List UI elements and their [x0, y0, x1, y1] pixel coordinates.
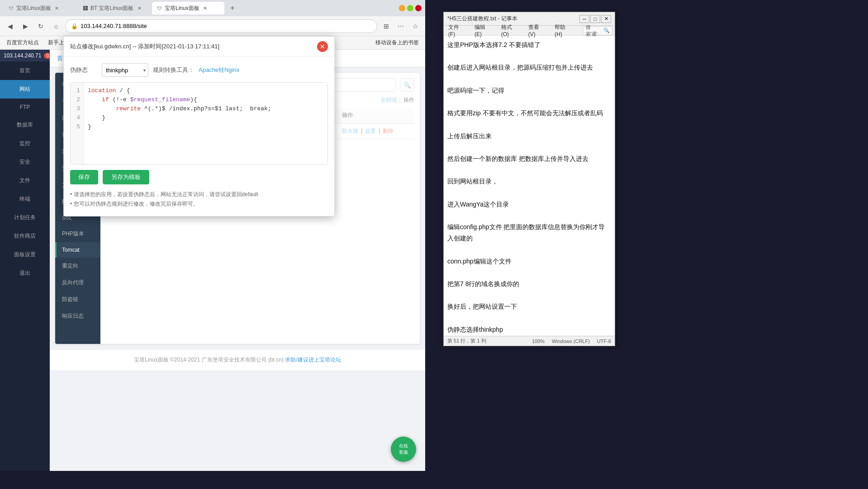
firewall-link[interactable]: 防火墙 [342, 127, 358, 135]
statusbar-line-ending: Windows (CRLF) [552, 339, 590, 344]
tab-1-close[interactable]: ✕ [54, 5, 60, 11]
forward-button[interactable]: ▶ [19, 20, 32, 33]
address-bar: 🔒 103.144.240.71:8888/site [65, 19, 377, 33]
modal-title: 站点修改[kui.gdwkn.cn] -- 添加时间[2021-01-13 17… [70, 42, 219, 51]
more-icon[interactable]: ⋯ [394, 20, 407, 33]
float-btn-line1: 在线 [399, 443, 408, 449]
toolbar-icons: ⊞ ⋯ ☆ [380, 20, 422, 33]
sidebar-panel-settings-label: 面板设置 [14, 251, 36, 258]
browser-tab-1[interactable]: 🛡 宝塔Linux面板 ✕ [4, 2, 76, 14]
panel-nav-tomcat[interactable]: Tomcat [55, 242, 100, 258]
notepad-maximize-btn[interactable]: □ [590, 15, 600, 23]
notepad-menubar: 文件(F) 编辑(E) 格式(O) 查看(V) 帮助(H) 搜索'通' 🔍 [444, 26, 615, 36]
code-editor: 1 2 3 4 5 location / { if (!-e $request_… [70, 82, 328, 165]
pseudo-static-select[interactable]: thinkphp laravel WordPress default [102, 63, 148, 77]
settings-link[interactable]: 设置 [365, 127, 376, 135]
panel-nav-hotlink[interactable]: 防盗链 [55, 291, 100, 308]
sidebar-security-label: 安全 [19, 159, 30, 165]
sidebar-item-store[interactable]: 软件商店 [0, 227, 50, 245]
panel-nav-proxy[interactable]: 反向代理 [55, 274, 100, 291]
sidebar-item-home[interactable]: 首页 [0, 61, 50, 80]
sidebar-logout-label: 退出 [19, 270, 30, 276]
bookmark-baidu-label: 百度官方站点 [6, 39, 39, 47]
save-button[interactable]: 保存 [70, 170, 98, 184]
sidebar-ip-section: 103.144.240.71 0 [0, 50, 50, 61]
bookmark-mobile-label: 移动设备上的书签 [375, 39, 419, 47]
sidebar-item-cron[interactable]: 计划任务 [0, 208, 50, 227]
panel-nav-log[interactable]: 响应日志 [55, 308, 100, 324]
statusbar-encoding: UTF-8 [597, 339, 611, 344]
sidebar-files-label: 文件 [19, 177, 30, 183]
pseudo-static-select-wrapper: thinkphp laravel WordPress default ▾ [102, 63, 148, 77]
browser-tab-3[interactable]: 🛡 宝塔Linux面板 ✕ [152, 2, 224, 14]
back-button[interactable]: ◀ [4, 20, 16, 33]
bookmark-mobile[interactable]: 移动设备上的书签 [373, 38, 422, 47]
notepad-statusbar: 第 51 行，第 1 列 100% Windows (CRLF) UTF-8 [444, 336, 615, 346]
extensions-icon[interactable]: ⊞ [380, 20, 393, 33]
sidebar-item-files[interactable]: 文件 [0, 171, 50, 190]
notepad-title: *H5三公搭建教程.txt - 记事本 [447, 15, 517, 23]
sidebar-item-terminal[interactable]: 终端 [0, 190, 50, 208]
sidebar-terminal-label: 终端 [19, 196, 30, 202]
sidebar-item-security[interactable]: 安全 [0, 153, 50, 171]
window-close-btn[interactable] [415, 5, 422, 11]
refresh-button[interactable]: ↻ [34, 20, 47, 33]
modal-header: 站点修改[kui.gdwkn.cn] -- 添加时间[2021-01-13 17… [64, 37, 334, 57]
all-sites-btn[interactable]: 全部域 [380, 96, 397, 104]
save-template-button[interactable]: 另存为模板 [103, 170, 149, 184]
sidebar-store-label: 软件商店 [14, 233, 36, 239]
code-editor-inner: 1 2 3 4 5 location / { if (!-e $request_… [71, 83, 327, 164]
notepad-close-btn[interactable]: ✕ [601, 15, 611, 23]
search-button[interactable]: 🔍 [400, 78, 414, 92]
home-button[interactable]: ⌂ [50, 20, 62, 33]
statusbar-parts: 100% Windows (CRLF) UTF-8 [532, 339, 611, 344]
statusbar-zoom: 100% [532, 339, 545, 344]
notepad-content[interactable]: 这里PHP版本选择7.2 不要搞错了 创建后进入网站根目录，把源码压缩打包并上传… [444, 36, 615, 336]
notepad-search-label: 搜索'通' [586, 24, 602, 38]
note-1: 请选择您的应用，若设置伪静态后，网站无法正常访问，请尝试设置回default [70, 191, 328, 198]
window-maximize-btn[interactable] [407, 5, 413, 11]
line-numbers: 1 2 3 4 5 [71, 83, 84, 164]
modal-actions: 保存 另存为模板 [70, 170, 328, 184]
modal-close-btn[interactable]: ✕ [317, 41, 328, 52]
site-modify-modal: 站点修改[kui.gdwkn.cn] -- 添加时间[2021-01-13 17… [63, 36, 335, 216]
bookmark-baidu[interactable]: 百度官方站点 [4, 38, 42, 47]
code-content[interactable]: location / { if (!-e $request_filename){… [84, 83, 327, 164]
modal-body: 伪静态 thinkphp laravel WordPress default ▾… [64, 57, 334, 216]
pseudo-static-label: 伪静态 [70, 66, 97, 74]
tab-2-close[interactable]: ✕ [136, 5, 142, 11]
cell-actions: 防火墙 | 设置 | 删除 [337, 123, 414, 139]
address-input[interactable]: 103.144.240.71:8888/site [81, 23, 371, 29]
browser-toolbar: ◀ ▶ ↻ ⌂ 🔒 103.144.240.71:8888/site ⊞ ⋯ ☆ [0, 16, 425, 36]
footer-link[interactable]: 求助/建议进上宝塔论坛 [285, 357, 341, 363]
rewrite-value[interactable]: Apache转Nginx [199, 66, 239, 74]
notepad-minimize-btn[interactable]: ─ [579, 15, 589, 23]
sidebar-home-label: 首页 [19, 67, 30, 74]
sidebar: 103.144.240.71 0 首页 网站 FTP 数据库 监控 安全 文 [0, 50, 50, 489]
notepad-controls: ─ □ ✕ [579, 15, 611, 23]
statusbar-line-col: 第 51 行，第 1 列 [447, 338, 486, 344]
panel-nav-redirect[interactable]: 重定向 [55, 258, 100, 274]
tab-1-label: 宝塔Linux面板 [16, 5, 51, 12]
sidebar-item-panel-settings[interactable]: 面板设置 [0, 245, 50, 264]
sidebar-item-logout[interactable]: 退出 [0, 264, 50, 282]
sidebar-website-label: 网站 [19, 86, 30, 92]
sidebar-item-database[interactable]: 数据库 [0, 116, 50, 134]
modal-notes: 请选择您的应用，若设置伪静态后，网站无法正常访问，请尝试设置回default 您… [70, 191, 328, 208]
sidebar-database-label: 数据库 [17, 122, 33, 128]
sidebar-item-monitor[interactable]: 监控 [0, 134, 50, 153]
tab-2-label: BT 宝塔Linux面板 [90, 5, 133, 12]
window-minimize-btn[interactable] [399, 5, 405, 11]
float-customer-service-btn[interactable]: 在线 客服 [391, 437, 416, 462]
panel-nav-php[interactable]: PHP版本 [55, 226, 100, 242]
sidebar-item-website[interactable]: 网站 [0, 80, 50, 99]
page-footer: 宝塔Linux面板 ©2014-2021 广东堡塔安全技术有限公司 (bt.cn… [50, 349, 425, 370]
sidebar-item-ftp[interactable]: FTP [0, 99, 50, 116]
search-icon: 🔍 [603, 28, 610, 33]
browser-tab-2[interactable]: 🅱 BT 宝塔Linux面板 ✕ [78, 2, 150, 14]
tab-3-close[interactable]: ✕ [202, 5, 209, 11]
ip-address: 103.144.240.71 [4, 52, 41, 59]
favorites-icon[interactable]: ☆ [409, 20, 422, 33]
delete-link[interactable]: 删除 [383, 127, 394, 135]
new-tab-button[interactable]: + [226, 2, 239, 14]
